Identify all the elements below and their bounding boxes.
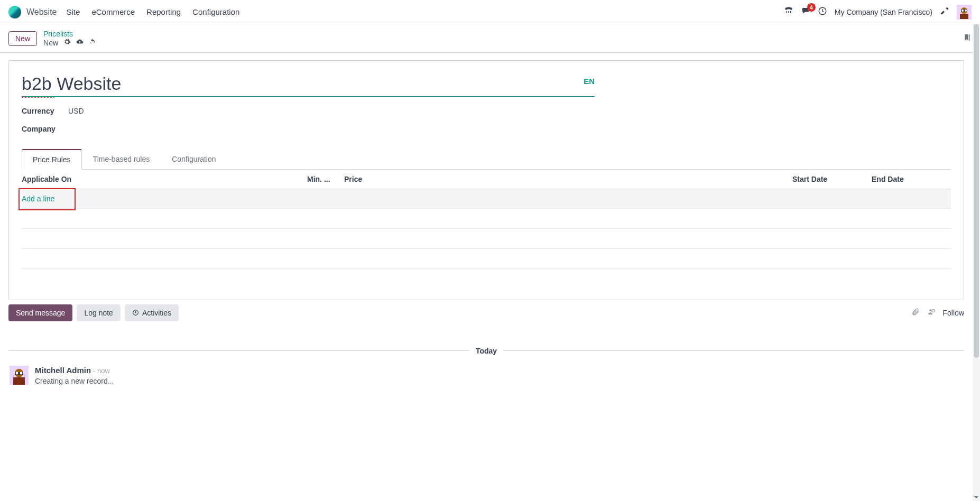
tools-icon[interactable] bbox=[940, 6, 949, 17]
svg-point-14 bbox=[16, 372, 19, 374]
table-row bbox=[22, 249, 951, 269]
cloud-save-icon[interactable] bbox=[76, 38, 84, 47]
attachment-icon[interactable] bbox=[911, 308, 920, 318]
send-message-button[interactable]: Send message bbox=[8, 304, 72, 321]
svg-rect-12 bbox=[13, 377, 25, 385]
pricelist-name-input[interactable] bbox=[22, 73, 595, 97]
messages-icon[interactable]: 4 bbox=[801, 6, 810, 17]
scrollbar[interactable] bbox=[973, 24, 980, 501]
clock-icon[interactable] bbox=[818, 6, 827, 17]
nav-site[interactable]: Site bbox=[67, 7, 80, 16]
form-sheet: EN Currency USD Company Price Rules Time… bbox=[8, 60, 964, 300]
col-end-date[interactable]: End Date bbox=[872, 170, 951, 189]
tab-configuration[interactable]: Configuration bbox=[161, 149, 227, 169]
chatter: Send message Log note Activities Follow … bbox=[8, 304, 964, 385]
currency-value[interactable]: USD bbox=[68, 107, 84, 115]
voip-icon[interactable] bbox=[784, 6, 793, 17]
svg-point-5 bbox=[961, 10, 964, 12]
message-author[interactable]: Mitchell Admin bbox=[35, 366, 91, 375]
col-applicable-on[interactable]: Applicable On bbox=[22, 170, 307, 189]
tab-time-based[interactable]: Time-based rules bbox=[82, 149, 161, 169]
gear-icon[interactable] bbox=[63, 38, 71, 47]
app-name[interactable]: Website bbox=[26, 7, 57, 17]
user-avatar[interactable] bbox=[957, 5, 972, 20]
table-row bbox=[22, 229, 951, 249]
nav-ecommerce[interactable]: eCommerce bbox=[91, 7, 135, 16]
tabs: Price Rules Time-based rules Configurati… bbox=[22, 149, 951, 170]
svg-point-8 bbox=[929, 309, 931, 311]
svg-point-6 bbox=[965, 10, 967, 12]
col-price[interactable]: Price bbox=[344, 170, 792, 189]
lang-badge[interactable]: EN bbox=[584, 77, 595, 86]
brand-logo-icon[interactable] bbox=[8, 6, 21, 18]
svg-point-15 bbox=[20, 372, 23, 374]
message-text: Creating a new record... bbox=[35, 377, 114, 385]
company-selector[interactable]: My Company (San Francisco) bbox=[835, 8, 932, 16]
message-avatar[interactable] bbox=[10, 366, 29, 385]
follow-button[interactable]: Follow bbox=[943, 309, 964, 317]
company-label: Company bbox=[22, 125, 59, 133]
tab-price-rules[interactable]: Price Rules bbox=[22, 149, 82, 170]
col-start-date[interactable]: Start Date bbox=[792, 170, 872, 189]
followers-icon[interactable] bbox=[927, 308, 936, 318]
action-bar: New Pricelists New bbox=[0, 24, 980, 52]
chatter-message: Mitchell Admin - now Creating a new reco… bbox=[8, 366, 964, 385]
highlight-box bbox=[19, 188, 76, 210]
svg-rect-3 bbox=[960, 14, 968, 19]
price-rules-table: Applicable On Min. ... Price Start Date … bbox=[22, 170, 951, 300]
col-min[interactable]: Min. ... bbox=[307, 170, 344, 189]
nav-reporting[interactable]: Reporting bbox=[146, 7, 181, 16]
table-row bbox=[22, 209, 951, 229]
nav-configuration[interactable]: Configuration bbox=[192, 7, 239, 16]
breadcrumb-parent[interactable]: Pricelists bbox=[43, 30, 96, 38]
new-button[interactable]: New bbox=[8, 31, 37, 46]
chatter-separator-today: Today bbox=[476, 347, 497, 355]
svg-point-9 bbox=[931, 309, 934, 312]
bookmark-icon[interactable] bbox=[963, 32, 972, 44]
top-nav: Website Site eCommerce Reporting Configu… bbox=[0, 0, 980, 24]
message-time: - now bbox=[93, 367, 110, 375]
currency-label: Currency bbox=[22, 107, 59, 115]
activities-button[interactable]: Activities bbox=[125, 304, 179, 321]
breadcrumb-current: New bbox=[43, 39, 58, 47]
notification-badge: 4 bbox=[807, 3, 816, 12]
log-note-button[interactable]: Log note bbox=[77, 304, 121, 321]
discard-icon[interactable] bbox=[89, 38, 96, 47]
